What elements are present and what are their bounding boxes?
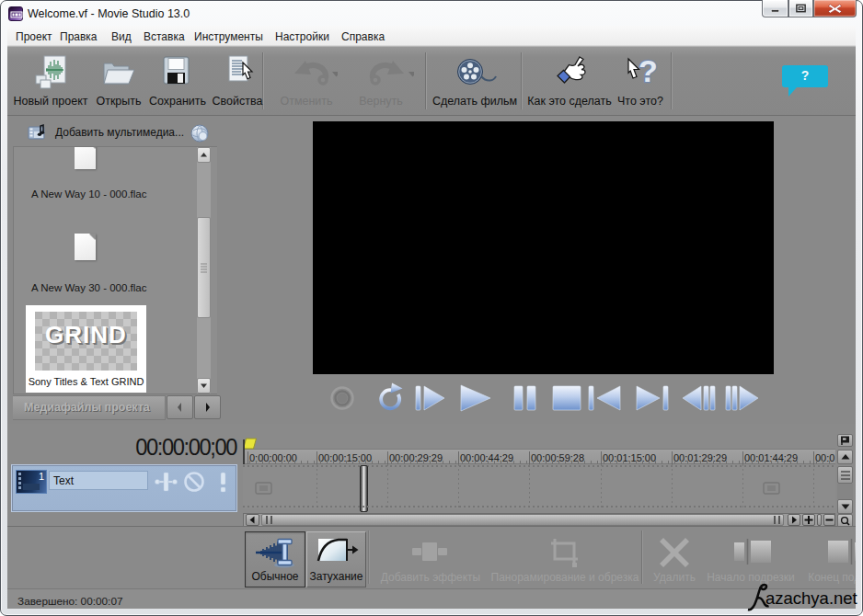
svg-text:?: ? — [639, 54, 658, 88]
